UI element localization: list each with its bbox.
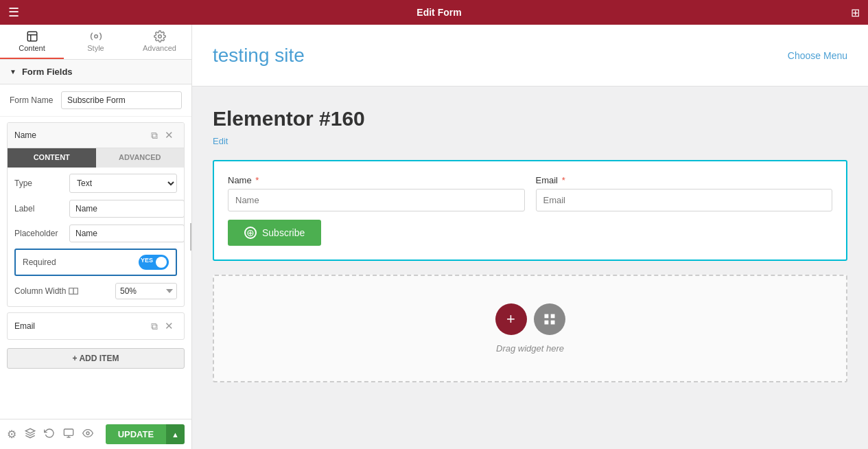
- name-field-header: Name ⧉ ✕: [8, 123, 184, 148]
- column-width-icon: [69, 288, 78, 295]
- sidebar-scroll: ▼ Form Fields Form Name Name ⧉ ✕ CONTENT: [0, 60, 191, 419]
- eye-icon[interactable]: [82, 428, 93, 441]
- main-content: testing site Choose Menu Elementor #160 …: [192, 25, 868, 449]
- svg-point-4: [158, 35, 161, 38]
- layers-icon[interactable]: [25, 428, 36, 441]
- form-fields-label: Form Fields: [22, 67, 73, 77]
- placeholder-input[interactable]: [69, 224, 185, 242]
- name-field-copy-button[interactable]: ⧉: [148, 128, 161, 143]
- required-row: Required YES: [14, 249, 177, 276]
- tab-advanced[interactable]: Advanced: [128, 25, 191, 59]
- subscribe-button[interactable]: ⊕ Subscribe: [228, 220, 321, 246]
- email-field-label-row: Email *: [536, 175, 833, 185]
- email-field-delete-button[interactable]: ✕: [161, 319, 177, 334]
- widget-type-button[interactable]: [534, 303, 565, 335]
- menu-icon[interactable]: ☰: [8, 5, 19, 20]
- tab-advanced-label: Advanced: [143, 44, 176, 52]
- history-icon[interactable]: [44, 428, 55, 441]
- sub-tabs: CONTENT ADVANCED: [8, 148, 184, 168]
- edit-link[interactable]: Edit: [213, 136, 228, 146]
- label-label: Label: [14, 204, 69, 214]
- sidebar-bottom: ⚙ UPDATE ▲: [0, 419, 191, 449]
- form-name-input[interactable]: [61, 91, 182, 109]
- page-title: Elementor #160: [213, 107, 847, 130]
- email-field-widget-label: Email: [536, 175, 559, 185]
- drag-action-buttons: +: [495, 303, 565, 335]
- email-required-star: *: [562, 175, 565, 185]
- topbar-title: Edit Form: [27, 7, 851, 18]
- update-btn-label: UPDATE: [118, 429, 154, 439]
- update-btn-group: UPDATE ▲: [106, 424, 185, 444]
- name-required-star: *: [255, 175, 259, 185]
- widget-grid-icon: [543, 312, 556, 326]
- subscribe-circle-icon: ⊕: [244, 227, 257, 239]
- column-width-row: Column Width 50% 100% 33% 25%: [8, 279, 184, 303]
- name-field-input[interactable]: [228, 189, 525, 211]
- tab-content[interactable]: Content: [0, 25, 64, 59]
- update-arrow-button[interactable]: ▲: [166, 424, 185, 444]
- name-field-widget: Name *: [228, 175, 525, 211]
- update-button[interactable]: UPDATE: [106, 424, 166, 444]
- svg-rect-14: [544, 321, 548, 325]
- type-row: Type Text Email Textarea: [8, 170, 184, 196]
- placeholder-label: Placeholder: [14, 229, 69, 238]
- collapse-handle[interactable]: ‹: [190, 223, 192, 251]
- gear-icon[interactable]: ⚙: [7, 428, 16, 441]
- email-field-label: Email: [14, 321, 148, 331]
- main-topbar: testing site Choose Menu: [192, 25, 868, 87]
- sub-tab-advanced-label: ADVANCED: [119, 153, 161, 161]
- tab-style-label: Style: [87, 44, 104, 52]
- toggle-yes-label: YES: [141, 257, 153, 264]
- svg-rect-13: [550, 314, 554, 319]
- name-field-label-row: Name *: [228, 175, 525, 185]
- sidebar: Content Style Advanced ▼ Form Fields For…: [0, 25, 192, 449]
- tab-style[interactable]: Style: [64, 25, 128, 59]
- add-widget-button[interactable]: +: [495, 303, 527, 335]
- responsive-icon[interactable]: [63, 428, 74, 441]
- choose-menu[interactable]: Choose Menu: [788, 50, 847, 61]
- email-field-card: Email ⧉ ✕: [7, 312, 185, 340]
- add-item-label: + ADD ITEM: [73, 354, 119, 363]
- canvas-area: Elementor #160 Edit Name * Email: [192, 87, 868, 403]
- name-field-widget-label: Name: [228, 175, 252, 185]
- email-field-widget: Email *: [536, 175, 833, 211]
- form-fields-header[interactable]: ▼ Form Fields: [0, 60, 191, 84]
- placeholder-row: Placeholder: [8, 221, 184, 246]
- svg-rect-12: [544, 314, 548, 319]
- name-field-label: Name: [14, 130, 148, 140]
- sub-tab-advanced[interactable]: ADVANCED: [96, 148, 185, 168]
- svg-marker-7: [25, 428, 34, 433]
- chevron-down-icon: ▼: [10, 68, 16, 76]
- form-name-row: Form Name: [0, 84, 191, 117]
- type-select[interactable]: Text Email Textarea: [69, 174, 177, 193]
- label-row: Label: [8, 196, 184, 221]
- svg-point-11: [86, 432, 89, 435]
- label-input[interactable]: [69, 200, 185, 218]
- column-width-select[interactable]: 50% 100% 33% 25%: [115, 283, 177, 299]
- grid-icon[interactable]: ⊞: [851, 6, 860, 19]
- required-toggle[interactable]: YES: [139, 255, 169, 270]
- sub-tab-content-label: CONTENT: [34, 153, 70, 161]
- email-field-input[interactable]: [536, 189, 833, 211]
- add-item-button[interactable]: + ADD ITEM: [7, 348, 185, 369]
- form-fields-row: Name * Email *: [228, 175, 832, 211]
- drag-widget-area[interactable]: + Drag widget here: [213, 275, 847, 382]
- top-bar: ☰ Edit Form ⊞: [0, 0, 868, 25]
- name-field-delete-button[interactable]: ✕: [161, 128, 177, 143]
- svg-rect-8: [64, 429, 73, 435]
- add-item-wrap: + ADD ITEM: [0, 343, 191, 374]
- name-field-card: Name ⧉ ✕ CONTENT ADVANCED: [7, 122, 185, 307]
- sidebar-tabs: Content Style Advanced: [0, 25, 191, 60]
- svg-rect-0: [27, 32, 37, 41]
- svg-rect-15: [550, 321, 554, 325]
- email-field-header: Email ⧉ ✕: [8, 313, 184, 339]
- sub-tab-content[interactable]: CONTENT: [8, 148, 96, 168]
- bottom-icons: ⚙: [7, 428, 93, 441]
- form-widget: Name * Email * ⊕ Subsc: [213, 160, 847, 261]
- subscribe-btn-label: Subscribe: [262, 227, 305, 238]
- type-label: Type: [14, 179, 69, 188]
- email-field-copy-button[interactable]: ⧉: [148, 319, 161, 334]
- style-icon: [90, 30, 102, 43]
- svg-point-3: [94, 35, 97, 38]
- tab-content-label: Content: [19, 44, 45, 52]
